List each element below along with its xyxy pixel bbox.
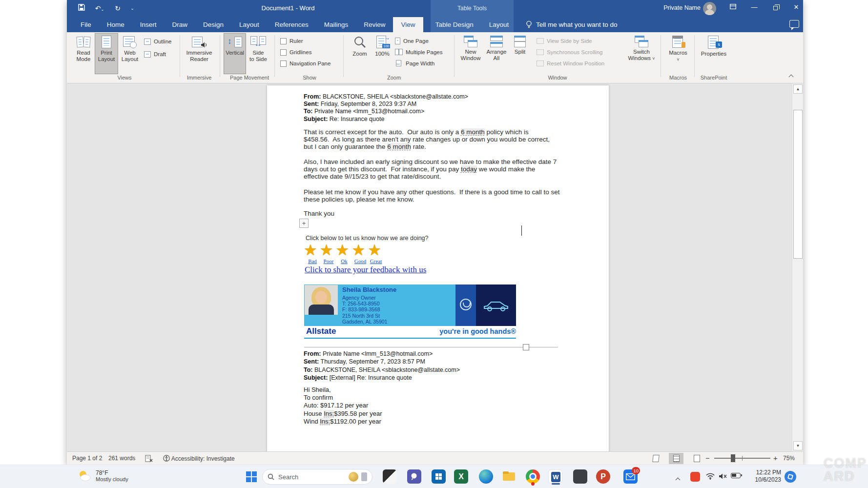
- rating-link-great[interactable]: Great: [370, 258, 382, 264]
- table-resize-handle[interactable]: [523, 344, 529, 350]
- star-icon[interactable]: ★★★★★: [304, 242, 384, 259]
- rating-link-bad[interactable]: Bad: [308, 258, 317, 264]
- tab-table-layout[interactable]: Layout: [481, 17, 517, 32]
- tab-view[interactable]: View: [393, 17, 423, 32]
- zoom-button[interactable]: Zoom: [349, 34, 371, 74]
- save-icon[interactable]: [76, 3, 87, 14]
- tab-review[interactable]: Review: [356, 17, 393, 32]
- ribbon-display-options-icon[interactable]: [725, 0, 741, 15]
- read-mode-button[interactable]: ReadMode: [73, 34, 94, 74]
- page-width-button[interactable]: ↔ Page Width: [395, 59, 434, 68]
- outline-button[interactable]: Outline: [144, 37, 171, 46]
- navigation-pane-checkbox[interactable]: [280, 61, 287, 67]
- tray-notification-icon[interactable]: [690, 472, 700, 482]
- minimize-button[interactable]: —: [746, 0, 762, 15]
- mail-icon[interactable]: 10: [623, 469, 638, 484]
- speaker-icon[interactable]: [719, 473, 727, 482]
- one-page-button[interactable]: One Page: [395, 36, 429, 46]
- gridlines-checkbox[interactable]: [280, 49, 287, 56]
- wifi-icon[interactable]: [706, 473, 715, 482]
- file-explorer-icon[interactable]: [502, 469, 516, 484]
- battery-icon[interactable]: [731, 473, 741, 478]
- excel-icon[interactable]: X: [454, 469, 468, 484]
- device-icon[interactable]: [361, 472, 367, 481]
- macros-button[interactable]: Macros˅: [665, 34, 691, 74]
- zoom-100-button[interactable]: → 100 100%: [372, 34, 393, 74]
- desktop-app-icon[interactable]: [383, 469, 397, 484]
- rating-stars[interactable]: ★★★★★: [304, 244, 384, 257]
- customize-qat-button[interactable]: ⌄: [126, 3, 138, 14]
- close-button[interactable]: ✕: [788, 0, 804, 15]
- word-taskbar-icon[interactable]: W: [548, 469, 562, 484]
- draft-button[interactable]: Draft: [144, 49, 166, 59]
- start-button[interactable]: [244, 469, 258, 484]
- redo-button[interactable]: ↻: [112, 3, 124, 14]
- rating-link-ok[interactable]: Ok: [341, 258, 347, 264]
- arrange-all-button[interactable]: ArrangeAll: [484, 34, 509, 74]
- print-layout-button[interactable]: PrintLayout: [95, 34, 118, 74]
- clock[interactable]: 12:22 PM 10/6/2023: [746, 469, 781, 484]
- scroll-down-icon[interactable]: ▼: [793, 441, 803, 450]
- table-move-handle[interactable]: +: [299, 219, 309, 228]
- collapse-ribbon-icon[interactable]: [789, 74, 793, 80]
- reset-window-position-button[interactable]: Reset Window Position: [537, 59, 604, 68]
- tab-draw[interactable]: Draw: [165, 17, 196, 32]
- tab-mailings[interactable]: Mailings: [316, 17, 356, 32]
- tab-references[interactable]: References: [267, 17, 316, 32]
- powerpoint-icon[interactable]: P: [596, 469, 610, 484]
- web-layout-view-button[interactable]: [689, 453, 704, 464]
- split-button[interactable]: Split: [510, 34, 530, 74]
- rating-link-poor[interactable]: Poor: [324, 258, 334, 264]
- multiple-pages-button[interactable]: Multiple Pages: [395, 47, 442, 57]
- account-name[interactable]: Private Name: [658, 4, 701, 11]
- switch-windows-button[interactable]: Switch Windows ˅: [627, 34, 656, 74]
- document-page[interactable]: From: BLACKSTONE, SHEILA <sblackstone@al…: [267, 85, 609, 451]
- restore-button[interactable]: [767, 0, 783, 15]
- coin-icon[interactable]: [349, 472, 358, 482]
- navigation-pane-checkbox-row[interactable]: Navigation Pane: [280, 59, 331, 68]
- comments-icon[interactable]: [789, 20, 799, 28]
- scroll-up-icon[interactable]: ▲: [793, 84, 803, 94]
- proofing-status-icon[interactable]: [145, 455, 153, 464]
- tab-design[interactable]: Design: [195, 17, 231, 32]
- edge-icon[interactable]: [479, 469, 493, 484]
- read-mode-view-button[interactable]: [648, 453, 663, 464]
- document-canvas[interactable]: From: BLACKSTONE, SHEILA <sblackstone@al…: [67, 83, 803, 451]
- rating-link-good[interactable]: Good: [354, 258, 366, 264]
- chrome-icon[interactable]: [526, 469, 540, 484]
- tab-insert[interactable]: Insert: [132, 17, 165, 32]
- tab-file[interactable]: File: [73, 17, 99, 32]
- share-feedback-link[interactable]: Click to share your feedback with us: [305, 265, 426, 275]
- zoom-in-button[interactable]: +: [773, 454, 778, 462]
- word-count[interactable]: 261 words: [108, 455, 135, 462]
- dark-app-icon[interactable]: [573, 469, 587, 484]
- store-icon[interactable]: [432, 469, 446, 484]
- new-window-button[interactable]: NewWindow: [458, 34, 483, 74]
- vertical-scrollbar[interactable]: ▲ ▼: [792, 83, 803, 451]
- search-input[interactable]: Search: [262, 469, 372, 485]
- zoom-slider-thumb[interactable]: [731, 454, 735, 462]
- ruler-checkbox[interactable]: [280, 38, 287, 44]
- scrollbar-thumb[interactable]: [793, 110, 803, 259]
- vertical-button[interactable]: ↕ Vertical: [224, 34, 246, 74]
- tab-table-design[interactable]: Table Design: [428, 17, 481, 32]
- weather-widget[interactable]: 78°F Mostly cloudy: [77, 468, 128, 483]
- undo-button[interactable]: ↶⌄: [92, 3, 107, 14]
- tell-me-box[interactable]: Tell me what you want to do: [526, 17, 618, 32]
- print-layout-view-button[interactable]: [669, 453, 683, 464]
- immersive-reader-button[interactable]: ImmersiveReader: [184, 34, 214, 74]
- ruler-checkbox-row[interactable]: Ruler: [280, 36, 303, 46]
- tray-expand-icon[interactable]: [676, 475, 680, 484]
- web-layout-button[interactable]: WebLayout: [119, 34, 141, 74]
- view-side-by-side-button[interactable]: View Side by Side: [537, 36, 592, 46]
- zoom-percentage[interactable]: 75%: [783, 455, 795, 462]
- tab-home[interactable]: Home: [99, 17, 132, 32]
- tab-layout[interactable]: Layout: [231, 17, 267, 32]
- synchronous-scrolling-button[interactable]: Synchronous Scrolling: [537, 47, 602, 57]
- avatar[interactable]: [703, 2, 716, 15]
- side-to-side-button[interactable]: ↔ Sideto Side: [247, 34, 270, 74]
- page-indicator[interactable]: Page 1 of 2: [72, 455, 102, 462]
- teams-icon[interactable]: [407, 469, 421, 484]
- accessibility-status[interactable]: Accessibility: Investigate: [163, 455, 235, 462]
- gridlines-checkbox-row[interactable]: Gridlines: [280, 47, 311, 57]
